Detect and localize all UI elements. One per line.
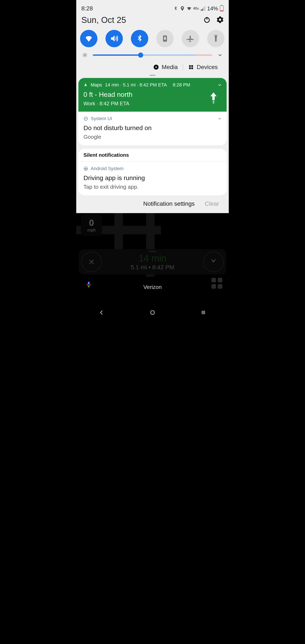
- back-icon: [99, 310, 105, 316]
- brightness-row: [76, 47, 229, 58]
- notification-shade: 8:28 4GE 14% Sun, Oct 25: [76, 0, 229, 213]
- svg-point-14: [86, 54, 86, 54]
- svg-point-11: [83, 55, 83, 55]
- notification-card-maps[interactable]: Maps 14 min · 5.1 mi · 8:42 PM ETA 8:28 …: [78, 78, 227, 145]
- wifi-toggle[interactable]: [80, 30, 98, 47]
- svg-rect-31: [88, 282, 90, 284]
- svg-rect-24: [213, 102, 214, 104]
- media-button[interactable]: Media: [148, 64, 183, 70]
- flashlight-icon: [211, 34, 220, 43]
- bluetooth-icon: [135, 34, 144, 43]
- battery-percent: 14%: [207, 5, 218, 12]
- date-text[interactable]: Sun, Oct 25: [81, 15, 126, 25]
- svg-point-8: [84, 54, 86, 56]
- media-label: Media: [162, 64, 178, 70]
- svg-line-7: [217, 35, 218, 35]
- bluetooth-icon: [173, 6, 178, 11]
- alternate-routes-button[interactable]: [203, 252, 224, 272]
- steering-wheel-icon: [84, 166, 88, 171]
- svg-rect-22: [192, 67, 193, 69]
- maps-eta: Work · 8:42 PM ETA: [84, 100, 222, 106]
- date-row: Sun, Oct 25: [76, 12, 229, 25]
- sound-toggle[interactable]: [106, 30, 123, 47]
- wifi-icon: [186, 6, 192, 11]
- svg-rect-21: [189, 67, 191, 69]
- signal-icon: [200, 6, 206, 11]
- settings-button[interactable]: [216, 16, 224, 24]
- navigation-bar: [76, 306, 229, 320]
- maps-meta: 14 min · 5.1 mi · 8:42 PM ETA: [105, 82, 167, 88]
- android-app-name: Android System: [91, 166, 124, 172]
- chevron-down-icon[interactable]: [217, 82, 222, 87]
- clear-button[interactable]: Clear: [205, 200, 219, 207]
- arrow-up-icon: [209, 92, 218, 104]
- trip-detail: 5.1 mi • 8:42 PM: [131, 264, 174, 271]
- speaker-icon: [110, 34, 119, 43]
- notification-card-android[interactable]: Android System Driving app is running Ta…: [78, 162, 227, 195]
- svg-point-12: [87, 55, 87, 55]
- rotation-lock-icon: [160, 34, 170, 43]
- sysui-sub: Google: [84, 134, 222, 140]
- expand-button[interactable]: [217, 52, 223, 58]
- navigation-arrow-icon: [84, 83, 88, 87]
- back-button[interactable]: [99, 310, 105, 316]
- battery-icon: [220, 6, 224, 12]
- notification-settings-button[interactable]: Notification settings: [143, 200, 195, 207]
- shade-actions: Notification settings Clear: [78, 195, 227, 213]
- rotation-lock-toggle[interactable]: [156, 30, 174, 47]
- airplane-mode-toggle[interactable]: [182, 30, 199, 47]
- play-circle-icon: [153, 64, 159, 70]
- svg-rect-23: [213, 101, 214, 102]
- svg-rect-19: [189, 65, 191, 67]
- recents-icon: [200, 310, 206, 316]
- trip-bar[interactable]: 14 min 5.1 mi • 8:42 PM: [79, 249, 226, 274]
- svg-point-13: [83, 54, 84, 54]
- location-icon: [180, 6, 185, 11]
- wifi-icon: [84, 34, 94, 43]
- voice-search-button[interactable]: [85, 281, 92, 289]
- devices-label: Devices: [196, 64, 218, 70]
- gear-icon: [216, 16, 224, 23]
- status-bar: 8:28 4GE 14%: [76, 0, 229, 12]
- app-drawer-button[interactable]: [212, 278, 222, 289]
- status-icons: 4GE 14%: [173, 5, 224, 12]
- brightness-slider[interactable]: [93, 54, 212, 56]
- devices-button[interactable]: Devices: [183, 64, 223, 70]
- network-type: 4GE: [193, 6, 199, 10]
- trip-bar-handle[interactable]: [149, 251, 156, 252]
- home-button[interactable]: [150, 310, 156, 316]
- svg-point-28: [85, 168, 86, 169]
- flashlight-toggle[interactable]: [207, 30, 224, 47]
- svg-rect-20: [192, 65, 193, 67]
- speed-unit: mph: [88, 228, 96, 232]
- svg-point-9: [85, 53, 85, 54]
- svg-point-10: [85, 57, 85, 57]
- media-devices-row: Media Devices: [76, 58, 229, 70]
- svg-line-6: [214, 35, 215, 35]
- speedometer: 0 mph: [81, 215, 102, 236]
- sysui-app-name: System UI: [91, 116, 112, 122]
- quick-settings-row: [76, 25, 229, 47]
- android-title: Driving app is running: [84, 174, 222, 182]
- android-sub: Tap to exit driving app.: [84, 184, 222, 190]
- dnd-icon: [84, 116, 88, 121]
- maps-app-name: Maps: [91, 82, 102, 88]
- fork-icon: [210, 258, 218, 266]
- svg-point-15: [83, 56, 84, 56]
- speed-value: 0: [89, 218, 94, 227]
- maps-time: 8:28 PM: [173, 82, 190, 88]
- recent-apps-button[interactable]: [200, 310, 206, 316]
- power-icon: [203, 16, 210, 23]
- trip-time: 14 min: [131, 253, 174, 264]
- close-navigation-button[interactable]: [81, 252, 102, 272]
- shade-handle[interactable]: [150, 75, 156, 76]
- airplane-icon: [186, 34, 195, 43]
- bluetooth-toggle[interactable]: [131, 30, 148, 47]
- grid-icon: [188, 64, 194, 70]
- mic-icon: [85, 281, 92, 288]
- notification-card-sysui[interactable]: System UI Do not disturb turned on Googl…: [78, 112, 227, 145]
- power-button[interactable]: [203, 16, 210, 24]
- chevron-down-icon[interactable]: [217, 116, 222, 121]
- close-icon: [88, 258, 95, 266]
- notifications-container: Maps 14 min · 5.1 mi · 8:42 PM ETA 8:28 …: [76, 78, 229, 213]
